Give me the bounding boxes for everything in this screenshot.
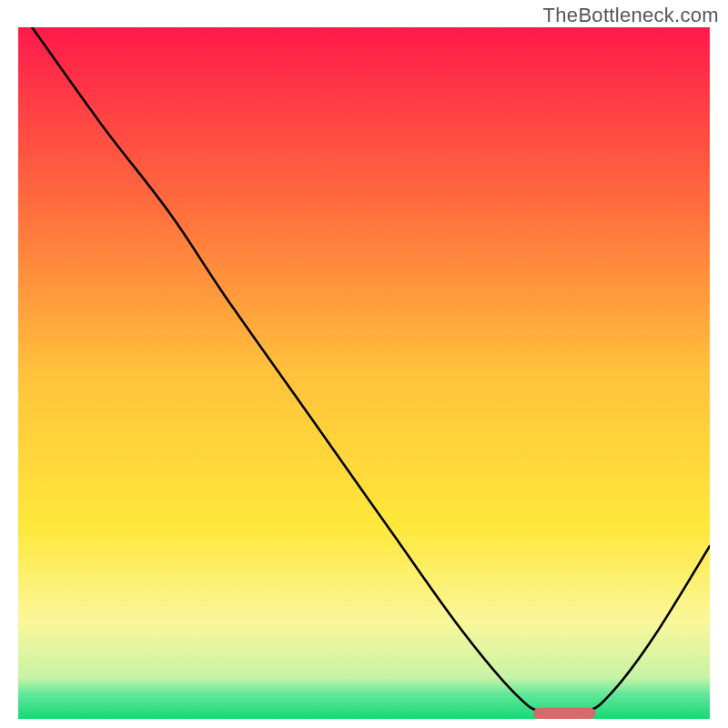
- chart-stage: TheBottleneck.com: [0, 0, 728, 728]
- plot-area: [18, 27, 710, 719]
- marker-layer: [533, 708, 595, 719]
- gradient-background: [18, 27, 710, 719]
- chart-svg: [18, 27, 710, 719]
- marker-optimal-marker: [533, 708, 595, 719]
- watermark-text: TheBottleneck.com: [543, 4, 719, 27]
